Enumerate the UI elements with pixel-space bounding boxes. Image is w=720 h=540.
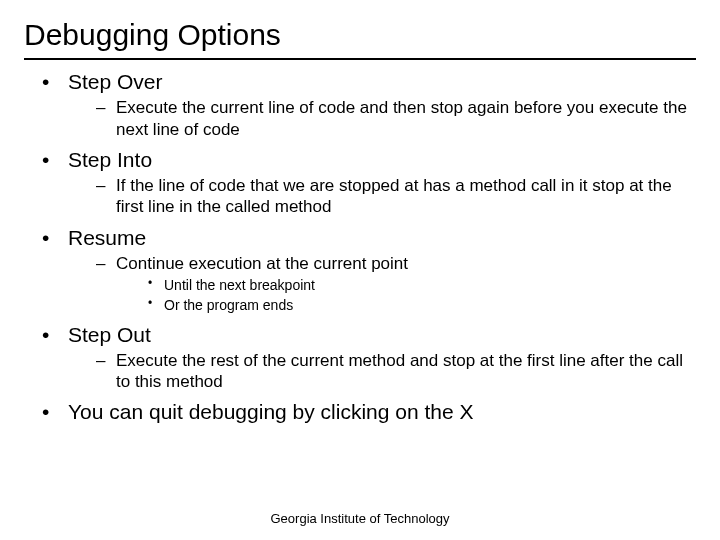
bullet-label: Step Out <box>68 323 151 346</box>
bullet-step-out-desc: Execute the rest of the current method a… <box>68 350 696 393</box>
title-underline <box>24 58 696 60</box>
bullet-step-into-desc: If the line of code that we are stopped … <box>68 175 696 218</box>
bullet-step-into: Step Into If the line of code that we ar… <box>24 146 696 218</box>
bullet-resume-desc: Continue execution at the current point … <box>68 253 696 315</box>
bullet-label: Resume <box>68 226 146 249</box>
bullet-step-over-desc: Execute the current line of code and the… <box>68 97 696 140</box>
bullet-step-out: Step Out Execute the rest of the current… <box>24 321 696 393</box>
bullet-resume: Resume Continue execution at the current… <box>24 224 696 315</box>
bullet-step-over: Step Over Execute the current line of co… <box>24 68 696 140</box>
slide-footer: Georgia Institute of Technology <box>0 511 720 526</box>
slide-title: Debugging Options <box>24 18 696 56</box>
bullet-resume-sub2: Or the program ends <box>116 296 696 314</box>
bullet-label: Step Into <box>68 148 152 171</box>
bullet-resume-desc-text: Continue execution at the current point <box>116 254 408 273</box>
bullet-resume-sub1: Until the next breakpoint <box>116 276 696 294</box>
slide: Debugging Options Step Over Execute the … <box>0 0 720 540</box>
bullet-label: Step Over <box>68 70 163 93</box>
bullet-list: Step Over Execute the current line of co… <box>24 68 696 426</box>
bullet-quit: You can quit debugging by clicking on th… <box>24 398 696 425</box>
